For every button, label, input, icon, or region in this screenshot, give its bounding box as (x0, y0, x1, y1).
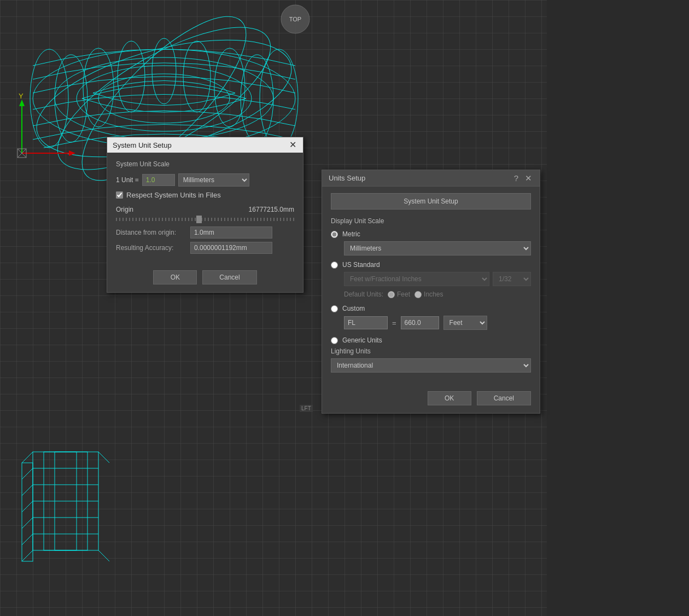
system-unit-dialog: System Unit Setup ✕ System Unit Scale 1 … (107, 137, 303, 293)
default-units-row: Default Units: Feet Inches (344, 290, 531, 298)
us-standard-radio-label: US Standard (342, 261, 380, 269)
origin-value: 16777215.0mm (249, 206, 294, 213)
system-unit-section-title: System Unit Scale (116, 160, 294, 168)
custom-radio-label: Custom (342, 305, 365, 312)
system-unit-cancel-button[interactable]: Cancel (202, 270, 256, 284)
accuracy-row: Resulting Accuracy: (116, 242, 294, 254)
units-setup-titlebar: Units Setup ? ✕ (322, 170, 540, 187)
feet-radio-option: Feet (388, 290, 410, 298)
respect-units-label: Respect System Units in Files (126, 191, 221, 199)
nav-cube[interactable]: TOP (279, 3, 312, 36)
feet-radio (388, 291, 395, 298)
inches-radio-option: Inches (414, 290, 443, 298)
lighting-units-dropdown[interactable]: International American (331, 358, 531, 373)
system-unit-ok-button[interactable]: OK (153, 270, 197, 284)
lft-label: LFT (300, 405, 313, 412)
system-unit-close-button[interactable]: ✕ (288, 141, 297, 149)
unit-scale-row: 1 Unit = Millimeters Centimeters Meters … (116, 173, 294, 187)
distance-label: Distance from origin: (116, 229, 187, 236)
custom-value-input[interactable] (401, 316, 439, 329)
custom-name-input[interactable] (344, 316, 388, 329)
origin-slider[interactable] (116, 218, 294, 221)
axis-indicator: Y (5, 93, 77, 164)
accuracy-input (190, 242, 272, 254)
metric-radio[interactable] (331, 231, 338, 238)
svg-point-7 (260, 49, 298, 148)
distance-input[interactable] (190, 226, 272, 239)
system-unit-title: System Unit Setup (113, 141, 172, 149)
us-standard-type-dropdown: Feet w/Fractional Inches Decimal Feet De… (344, 272, 489, 286)
svg-line-33 (22, 534, 33, 545)
origin-label: Origin (116, 206, 133, 213)
svg-marker-37 (19, 100, 25, 106)
units-setup-body: System Unit Setup Display Unit Scale Met… (322, 187, 540, 386)
svg-point-10 (183, 41, 211, 112)
svg-point-3 (98, 74, 230, 123)
custom-radio[interactable] (331, 305, 338, 312)
units-close-button[interactable]: ✕ (524, 174, 533, 182)
custom-equals-sign: = (392, 319, 396, 327)
us-standard-dropdowns: Feet w/Fractional Inches Decimal Feet De… (344, 272, 531, 286)
respect-units-checkbox[interactable] (116, 191, 123, 199)
svg-point-13 (83, 48, 114, 127)
metric-radio-row: Metric (331, 230, 531, 238)
right-panel (547, 0, 689, 616)
svg-text:TOP: TOP (289, 16, 301, 22)
units-setup-title: Units Setup (329, 174, 365, 182)
svg-line-24 (22, 452, 33, 463)
system-unit-setup-button[interactable]: System Unit Setup (331, 193, 531, 210)
lighting-units-label: Lighting Units (331, 347, 531, 355)
svg-line-31 (22, 501, 33, 512)
display-unit-scale-title: Display Unit Scale (331, 217, 531, 225)
generic-radio[interactable] (331, 337, 338, 344)
svg-point-12 (118, 41, 145, 112)
generic-radio-label: Generic Units (342, 336, 382, 344)
inches-radio (414, 291, 422, 298)
us-standard-radio[interactable] (331, 261, 338, 269)
system-unit-body: System Unit Scale 1 Unit = Millimeters C… (107, 153, 303, 265)
respect-units-row: Respect System Units in Files (116, 191, 294, 199)
us-standard-radio-row: US Standard (331, 261, 531, 269)
svg-line-26 (22, 550, 33, 561)
unit-value-input[interactable] (142, 174, 175, 186)
lighting-units-section: Lighting Units International American (331, 347, 531, 373)
unit-equals-label: 1 Unit = (116, 176, 139, 184)
svg-marker-40 (69, 150, 75, 156)
accuracy-label: Resulting Accuracy: (116, 244, 187, 252)
svg-line-29 (22, 468, 33, 479)
distance-row: Distance from origin: (116, 226, 294, 239)
system-unit-buttons: OK Cancel (107, 265, 303, 292)
units-ok-button[interactable]: OK (428, 391, 471, 405)
units-setup-buttons: OK Cancel (322, 386, 540, 413)
us-fraction-dropdown: 1/32 1/16 1/8 (493, 272, 531, 286)
units-help-button[interactable]: ? (513, 174, 519, 182)
units-cancel-button[interactable]: Cancel (477, 391, 531, 405)
svg-point-2 (77, 66, 252, 131)
custom-inputs-row: = Feet Inches Meters Centimeters (344, 316, 531, 330)
svg-line-25 (98, 452, 109, 463)
metric-radio-label: Metric (342, 230, 360, 238)
svg-point-9 (214, 48, 245, 127)
svg-line-27 (98, 550, 109, 561)
wireframe-bottom (16, 446, 126, 572)
custom-unit-dropdown[interactable]: Feet Inches Meters Centimeters (443, 316, 487, 330)
titlebar-actions: ? ✕ (513, 174, 533, 182)
svg-text:Y: Y (19, 93, 24, 100)
svg-line-32 (22, 518, 33, 528)
slider-thumb[interactable] (196, 216, 202, 223)
feet-radio-label: Feet (397, 290, 410, 298)
unit-dropdown[interactable]: Millimeters Centimeters Meters Inches Fe… (178, 173, 249, 187)
units-setup-dialog: Units Setup ? ✕ System Unit Setup Displa… (322, 170, 540, 414)
origin-row: Origin 16777215.0mm (116, 206, 294, 213)
system-unit-titlebar: System Unit Setup ✕ (107, 137, 303, 153)
default-units-label: Default Units: (344, 290, 383, 298)
inches-radio-label: Inches (424, 290, 443, 298)
svg-line-30 (22, 485, 33, 496)
custom-radio-row: Custom (331, 305, 531, 312)
metric-dropdown[interactable]: Millimeters Centimeters Meters Kilometer… (344, 241, 531, 255)
generic-radio-row: Generic Units (331, 336, 531, 344)
